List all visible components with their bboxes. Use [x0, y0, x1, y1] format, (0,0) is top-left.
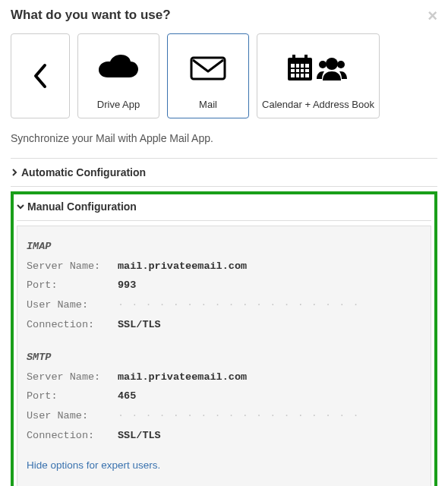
svg-point-11 [319, 61, 327, 68]
chevron-right-icon [11, 166, 18, 178]
config-value: 465 [118, 387, 136, 406]
config-key: Server Name: [27, 368, 118, 387]
chevron-left-icon [14, 37, 66, 115]
hide-expert-options-link[interactable]: Hide options for expert users. [27, 456, 421, 475]
option-drive-app[interactable]: Drive App [77, 33, 159, 118]
svg-rect-0 [191, 58, 225, 79]
config-row: Server Name: mail.privateemail.com [27, 257, 421, 276]
config-key: Connection: [27, 315, 118, 335]
calendar-users-icon [260, 37, 376, 99]
protocol-heading-smtp: SMTP [27, 348, 421, 368]
divider [11, 158, 437, 159]
card-label: Calendar + Address Book [262, 99, 374, 115]
config-row: Port: 993 [27, 276, 421, 295]
config-key: Port: [27, 387, 118, 406]
config-row: Connection: SSL/TLS [27, 315, 421, 335]
svg-rect-4 [304, 55, 308, 61]
config-value: SSL/TLS [118, 315, 161, 335]
automatic-configuration-toggle[interactable]: Automatic Configuration [11, 163, 437, 181]
config-key: Server Name: [27, 257, 118, 276]
config-value-redacted: · · · · · · · · · · · · · · · · · · [118, 406, 360, 426]
cloud-icon [81, 37, 156, 99]
section-label: Manual Configuration [27, 200, 137, 213]
config-key: Connection: [27, 426, 118, 446]
card-label: Drive App [97, 99, 140, 115]
config-row: User Name: · · · · · · · · · · · · · · ·… [27, 295, 421, 315]
mail-icon [171, 37, 245, 99]
config-row: User Name: · · · · · · · · · · · · · · ·… [27, 406, 421, 426]
config-value: mail.privateemail.com [118, 368, 247, 387]
option-cards: Drive App Mail [11, 33, 437, 118]
config-value: mail.privateemail.com [118, 257, 247, 276]
chevron-down-icon [17, 200, 24, 213]
option-mail[interactable]: Mail [167, 33, 249, 118]
close-icon[interactable]: × [427, 8, 437, 24]
config-key: Port: [27, 276, 118, 295]
divider [11, 186, 437, 187]
manual-configuration-highlight: Manual Configuration IMAP Server Name: m… [11, 191, 437, 486]
svg-rect-3 [292, 55, 295, 61]
config-row: Connection: SSL/TLS [27, 426, 421, 446]
config-row: Port: 465 [27, 387, 421, 406]
config-key: User Name: [27, 295, 118, 315]
manual-config-panel: IMAP Server Name: mail.privateemail.com … [17, 226, 431, 486]
config-key: User Name: [27, 406, 118, 426]
section-label: Automatic Configuration [21, 166, 146, 178]
protocol-heading-imap: IMAP [27, 237, 421, 257]
divider [17, 220, 431, 221]
config-value-redacted: · · · · · · · · · · · · · · · · · · [118, 295, 360, 315]
config-value: 993 [118, 276, 136, 295]
back-button[interactable] [11, 33, 70, 118]
svg-point-12 [337, 61, 345, 68]
option-calendar-address-book[interactable]: Calendar + Address Book [257, 33, 380, 118]
card-label: Mail [199, 99, 217, 115]
svg-point-10 [326, 58, 338, 70]
page-title: What do you want to use? [11, 8, 171, 23]
description-text: Synchronize your Mail with Apple Mail Ap… [11, 132, 437, 144]
manual-configuration-toggle[interactable]: Manual Configuration [17, 197, 431, 216]
config-row: Server Name: mail.privateemail.com [27, 368, 421, 387]
config-value: SSL/TLS [118, 426, 161, 446]
